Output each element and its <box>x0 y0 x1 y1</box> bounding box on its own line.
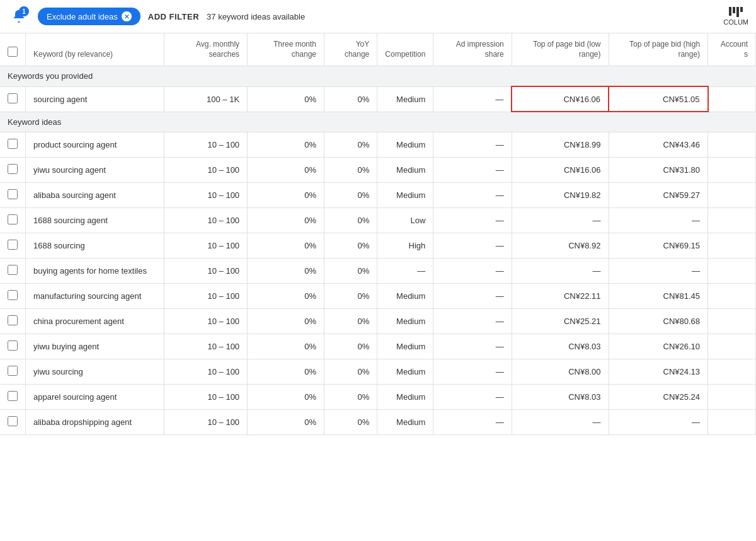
avg-monthly-cell: 10 – 100 <box>164 334 248 359</box>
top-bid-low-cell: — <box>512 208 609 233</box>
keyword-cell: 1688 sourcing agent <box>26 208 164 233</box>
ad-impression-cell: — <box>433 259 512 284</box>
top-bid-high-cell: CN¥69.15 <box>609 233 708 259</box>
row-checkbox[interactable] <box>8 366 18 376</box>
three-month-cell: 0% <box>248 334 324 359</box>
row-checkbox-cell[interactable] <box>0 359 26 385</box>
columns-button[interactable]: COLUM <box>723 7 748 26</box>
row-checkbox-cell[interactable] <box>0 158 26 183</box>
ad-impression-cell: — <box>433 208 512 233</box>
avg-monthly-cell: 10 – 100 <box>164 158 248 183</box>
exclude-adult-ideas-button[interactable]: Exclude adult ideas ✕ <box>38 8 140 25</box>
row-checkbox[interactable] <box>8 416 18 426</box>
competition-cell: Medium <box>377 183 433 208</box>
top-bid-high-cell: CN¥59.27 <box>609 183 708 208</box>
top-bid-low-cell: CN¥16.06 <box>512 86 609 112</box>
three-month-cell: 0% <box>248 284 324 309</box>
row-checkbox[interactable] <box>8 214 18 224</box>
row-checkbox-cell[interactable] <box>0 410 26 435</box>
row-checkbox[interactable] <box>8 164 18 174</box>
competition-cell: Medium <box>377 158 433 183</box>
avg-monthly-cell: 10 – 100 <box>164 183 248 208</box>
keyword-cell: china procurement agent <box>26 309 164 334</box>
table-row: sourcing agent100 – 1K0%0%Medium—CN¥16.0… <box>0 86 756 112</box>
table-row: apparel sourcing agent10 – 1000%0%Medium… <box>0 385 756 410</box>
row-checkbox[interactable] <box>8 139 18 149</box>
keyword-cell: yiwu sourcing <box>26 359 164 385</box>
competition-cell: Low <box>377 208 433 233</box>
table-row: 1688 sourcing10 – 1000%0%High—CN¥8.92CN¥… <box>0 233 756 259</box>
yoy-change-header: YoY change <box>324 33 377 66</box>
competition-cell: Medium <box>377 410 433 435</box>
exclude-btn-label: Exclude adult ideas <box>47 12 118 21</box>
close-icon[interactable]: ✕ <box>122 11 132 21</box>
three-month-cell: 0% <box>248 158 324 183</box>
columns-icon <box>729 7 743 17</box>
keyword-cell: apparel sourcing agent <box>26 385 164 410</box>
three-month-cell: 0% <box>248 309 324 334</box>
yoy-change-cell: 0% <box>324 410 377 435</box>
top-bid-low-cell: CN¥8.00 <box>512 359 609 385</box>
yoy-change-cell: 0% <box>324 183 377 208</box>
top-bid-high-cell: CN¥51.05 <box>609 86 708 112</box>
avg-monthly-cell: 10 – 100 <box>164 410 248 435</box>
row-checkbox[interactable] <box>8 240 18 250</box>
three-month-cell: 0% <box>248 132 324 158</box>
ad-impression-cell: — <box>433 284 512 309</box>
yoy-change-cell: 0% <box>324 309 377 334</box>
row-checkbox[interactable] <box>8 315 18 325</box>
ad-impression-cell: — <box>433 385 512 410</box>
notification-icon[interactable]: 1 <box>8 5 30 28</box>
competition-cell: Medium <box>377 359 433 385</box>
row-checkbox-cell[interactable] <box>0 309 26 334</box>
ad-impression-cell: — <box>433 334 512 359</box>
three-month-cell: 0% <box>248 259 324 284</box>
row-checkbox-cell[interactable] <box>0 233 26 259</box>
row-checkbox[interactable] <box>8 189 18 199</box>
row-checkbox[interactable] <box>8 391 18 401</box>
add-filter-button[interactable]: ADD FILTER <box>148 12 199 21</box>
avg-monthly-cell: 10 – 100 <box>164 208 248 233</box>
three-month-cell: 0% <box>248 385 324 410</box>
top-bid-low-cell: CN¥8.03 <box>512 334 609 359</box>
keyword-cell: yiwu sourcing agent <box>26 158 164 183</box>
competition-cell: Medium <box>377 385 433 410</box>
top-bid-high-cell: CN¥81.45 <box>609 284 708 309</box>
table-row: 1688 sourcing agent10 – 1000%0%Low——— <box>0 208 756 233</box>
row-checkbox[interactable] <box>8 340 18 351</box>
avg-monthly-cell: 10 – 100 <box>164 284 248 309</box>
top-bid-high-cell: — <box>609 410 708 435</box>
row-checkbox[interactable] <box>8 290 18 300</box>
keyword-table-container: Keyword (by relevance) Avg. monthly sear… <box>0 33 756 435</box>
row-checkbox-cell[interactable] <box>0 385 26 410</box>
row-checkbox-cell[interactable] <box>0 284 26 309</box>
ad-impression-header: Ad impression share <box>433 33 512 66</box>
top-bid-high-cell: CN¥25.24 <box>609 385 708 410</box>
avg-monthly-cell: 10 – 100 <box>164 259 248 284</box>
row-checkbox[interactable] <box>8 265 18 275</box>
row-checkbox-cell[interactable] <box>0 132 26 158</box>
row-checkbox-cell[interactable] <box>0 86 26 112</box>
account-cell <box>708 183 756 208</box>
row-checkbox-cell[interactable] <box>0 334 26 359</box>
row-checkbox-cell[interactable] <box>0 259 26 284</box>
account-cell <box>708 158 756 183</box>
row-checkbox-cell[interactable] <box>0 208 26 233</box>
keyword-cell: alibaba sourcing agent <box>26 183 164 208</box>
top-bid-high-cell: — <box>609 259 708 284</box>
yoy-change-cell: 0% <box>324 334 377 359</box>
avg-monthly-cell: 100 – 1K <box>164 86 248 112</box>
account-cell <box>708 309 756 334</box>
ad-impression-cell: — <box>433 233 512 259</box>
top-bid-low-cell: — <box>512 410 609 435</box>
ad-impression-cell: — <box>433 158 512 183</box>
row-checkbox-cell[interactable] <box>0 183 26 208</box>
select-all-header[interactable] <box>0 33 26 66</box>
row-checkbox[interactable] <box>8 93 18 103</box>
yoy-change-cell: 0% <box>324 284 377 309</box>
keyword-count: 37 keyword ideas available <box>207 12 305 21</box>
competition-cell: — <box>377 259 433 284</box>
three-month-cell: 0% <box>248 208 324 233</box>
top-bid-low-cell: CN¥8.03 <box>512 385 609 410</box>
select-all-checkbox[interactable] <box>8 47 18 57</box>
